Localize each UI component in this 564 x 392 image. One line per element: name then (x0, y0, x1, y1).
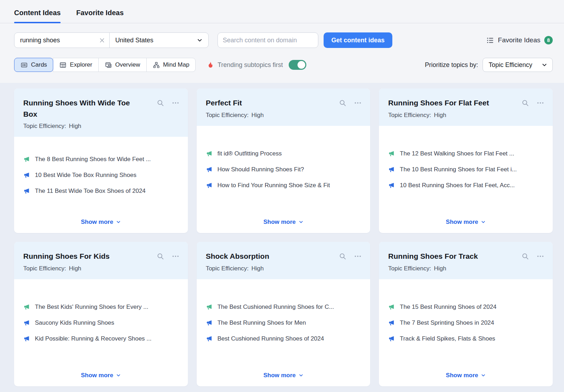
idea-item[interactable]: The 8 Best Running Shoes for Wide Feet .… (23, 156, 179, 163)
megaphone-icon (388, 182, 395, 189)
card-actions (521, 252, 544, 260)
chevron-down-icon (481, 373, 486, 378)
topic-efficiency-value: High (434, 112, 446, 119)
ellipsis-icon (537, 99, 544, 107)
idea-text: The 15 Best Running Shoes of 2024 (400, 304, 496, 311)
card-menu-button[interactable] (172, 252, 179, 260)
topic-efficiency: Topic Efficiency: High (23, 265, 157, 272)
search-topic-button[interactable] (339, 99, 347, 107)
toolbar: United States Get content ideas Favorite… (0, 23, 564, 83)
ellipsis-icon (172, 252, 179, 260)
idea-item[interactable]: The Best Kids' Running Shoes for Every .… (23, 304, 179, 311)
close-icon (99, 37, 105, 43)
view-cards-label: Cards (31, 61, 47, 68)
view-cards-button[interactable]: Cards (14, 58, 53, 72)
topic-efficiency-value: High (69, 123, 81, 130)
show-more-button[interactable]: Show more (206, 367, 361, 386)
tab-favorite-ideas-label: Favorite Ideas (76, 9, 124, 17)
topic-card-header: Running Shoes With Wide Toe Box Topic Ef… (14, 88, 188, 137)
show-more-button[interactable]: Show more (23, 214, 179, 233)
megaphone-icon (23, 172, 30, 179)
list-icon (486, 36, 494, 44)
tab-content-ideas[interactable]: Content Ideas (14, 9, 61, 23)
show-more-button[interactable]: Show more (388, 214, 544, 233)
megaphone-icon (23, 188, 30, 195)
chevron-down-icon (541, 62, 547, 68)
show-more-button[interactable]: Show more (206, 214, 361, 233)
chevron-down-icon (481, 220, 486, 225)
topic-efficiency-value: High (434, 265, 446, 272)
idea-item[interactable]: The 11 Best Wide Toe Box Shoes of 2024 (23, 188, 179, 195)
card-menu-button[interactable] (172, 99, 179, 107)
idea-text: 10 Best Running Shoes for Flat Feet, Acc… (400, 182, 515, 189)
topic-title: Perfect Fit (206, 97, 327, 109)
idea-text: The Best Kids' Running Shoes for Every .… (35, 304, 148, 311)
search-topic-button[interactable] (339, 252, 347, 260)
idea-item[interactable]: The 10 Best Running Shoes for Flat Feet … (388, 166, 544, 173)
search-topic-button[interactable] (521, 99, 529, 107)
card-menu-button[interactable] (354, 252, 362, 260)
idea-text: Kid Possible: Running & Recovery Shoes .… (35, 335, 152, 342)
show-more-button[interactable]: Show more (23, 367, 179, 386)
idea-item[interactable]: 10 Best Running Shoes for Flat Feet, Acc… (388, 182, 544, 189)
chevron-down-icon (197, 37, 203, 43)
idea-item[interactable]: fit id® Outfitting Process (206, 150, 361, 157)
view-explorer-button[interactable]: Explorer (53, 58, 98, 72)
topic-card-header: Perfect Fit Topic Efficiency: High (197, 88, 370, 126)
trending-toggle[interactable] (289, 60, 306, 70)
idea-item[interactable]: Track & Field Spikes, Flats & Shoes (388, 335, 544, 342)
idea-item[interactable]: The Best Running Shoes for Men (206, 319, 361, 326)
favorite-ideas-link[interactable]: Favorite Ideas 8 (486, 36, 553, 44)
search-topic-button[interactable] (521, 252, 529, 260)
prioritize-group: Prioritize topics by: Topic Efficiency (425, 58, 553, 72)
card-menu-button[interactable] (354, 99, 362, 107)
view-mindmap-button[interactable]: Mind Map (146, 58, 196, 72)
idea-item[interactable]: How Should Running Shoes Fit? (206, 166, 361, 173)
idea-list: The Best Kids' Running Shoes for Every .… (23, 279, 179, 367)
domain-search-input[interactable] (217, 32, 318, 48)
search-topic-button[interactable] (157, 99, 164, 107)
card-actions (339, 252, 362, 260)
search-icon (339, 252, 347, 260)
topic-efficiency: Topic Efficiency: High (388, 112, 521, 119)
idea-item[interactable]: The 15 Best Running Shoes of 2024 (388, 304, 544, 311)
show-more-label: Show more (81, 372, 114, 379)
tab-favorite-ideas[interactable]: Favorite Ideas (76, 9, 124, 23)
topic-card-header: Running Shoes For Flat Feet Topic Effici… (379, 88, 553, 126)
topic-card: Running Shoes For Kids Topic Efficiency:… (14, 242, 188, 386)
idea-text: The 7 Best Sprinting Shoes in 2024 (400, 319, 494, 326)
card-menu-button[interactable] (537, 99, 544, 107)
show-more-button[interactable]: Show more (388, 367, 544, 386)
megaphone-icon (23, 304, 30, 311)
ellipsis-icon (354, 99, 362, 107)
topic-efficiency-label: Topic Efficiency: (388, 265, 431, 272)
idea-item[interactable]: The Best Cushioned Running Shoes for C..… (206, 304, 361, 311)
topic-card-header: Running Shoes For Kids Topic Efficiency:… (14, 242, 188, 279)
keyword-input[interactable] (19, 36, 98, 44)
topic-card: Perfect Fit Topic Efficiency: High (197, 88, 370, 233)
prioritize-select[interactable]: Topic Efficiency (483, 58, 553, 72)
region-select[interactable]: United States (110, 33, 208, 48)
sitemap-icon (153, 61, 160, 69)
idea-item[interactable]: How to Find Your Running Shoe Size & Fit (206, 182, 361, 189)
favorites-count-badge: 8 (544, 36, 553, 44)
get-content-ideas-button[interactable]: Get content ideas (324, 32, 392, 48)
idea-item[interactable]: The 12 Best Walking Shoes for Flat Feet … (388, 150, 544, 157)
flame-icon (206, 61, 214, 69)
search-row: United States Get content ideas Favorite… (14, 32, 553, 48)
topic-card-body: The Best Cushioned Running Shoes for C..… (197, 279, 370, 387)
idea-item[interactable]: Best Cushioned Running Shoes of 2024 (206, 335, 361, 342)
topic-efficiency: Topic Efficiency: High (388, 265, 521, 272)
idea-item[interactable]: The 7 Best Sprinting Shoes in 2024 (388, 319, 544, 326)
view-overview-button[interactable]: Overview (98, 58, 147, 72)
idea-item[interactable]: Kid Possible: Running & Recovery Shoes .… (23, 335, 179, 342)
idea-item[interactable]: 10 Best Wide Toe Box Running Shoes (23, 172, 179, 179)
search-topic-button[interactable] (157, 252, 164, 260)
megaphone-icon (206, 150, 213, 157)
card-menu-button[interactable] (537, 252, 544, 260)
search-icon (157, 252, 164, 260)
clear-keyword-button[interactable] (98, 37, 106, 44)
idea-item[interactable]: Saucony Kids Running Shoes (23, 319, 179, 326)
megaphone-icon (206, 166, 213, 173)
card-actions (339, 99, 362, 107)
